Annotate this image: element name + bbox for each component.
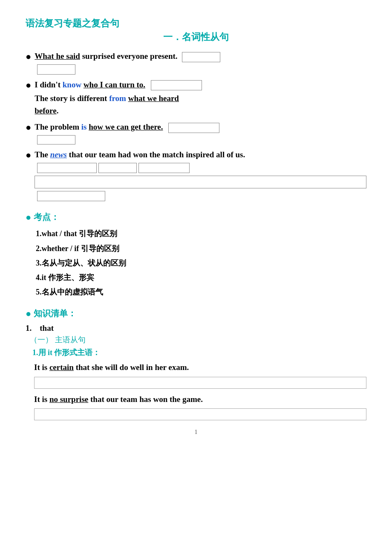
sub1-title: （一） 主语从句 [30,335,366,345]
kaodian-title: ● 考点： [26,211,366,223]
page-title: 语法复习专题之 复合句 [26,17,366,31]
sentence-1-subject: What he said [35,52,80,61]
kaodian-list: 1.what / that 引导的区别 2.whether / if 引导的区别… [36,226,366,299]
item-1-label: 1. that [26,324,366,333]
zhishi-title: ● 知识清单： [26,308,366,319]
title-underline: 复合句 [91,17,119,30]
bullet-dot-3: ● [26,121,31,134]
input-box-4-last[interactable] [37,191,105,201]
bullet-content-3: The problem is how we can get there. [35,121,366,145]
zhishi-title-text: 知识清单： [34,308,76,319]
kaodian-item-2: 2.whether / if 引导的区别 [36,241,366,256]
sentence-4: The news that our team had won the match… [35,149,366,173]
input-line-2[interactable] [34,408,366,420]
bullet-2: ● I didn't know who I can turn to. The s… [26,79,366,117]
bullet-dot-1: ● [26,50,31,64]
bullet-content-1: What he said surprised everyone present. [35,50,366,75]
s2b-before: before [35,106,56,115]
input-box-3b[interactable] [37,135,75,145]
page-number: 1 [26,429,366,436]
bullet-content-2: I didn't know who I can turn to. The sto… [35,79,366,117]
sentence-1-predicate: surprised everyone present. [82,52,178,61]
kaodian-item-1: 1.what / that 引导的区别 [36,226,366,241]
input-box-1b[interactable] [37,64,75,75]
s2b-from: from [109,94,126,103]
s2-clause: who I can turn to. [84,80,145,89]
s2b-clause: what we heard [128,94,179,103]
s3-clause: how we can get there. [89,122,163,131]
sentence-2a: I didn't know who I can turn to. [35,79,366,91]
bullet-dot-4: ● [26,149,31,162]
kaodian-item-5: 5.名从中的虚拟语气 [36,285,366,299]
sub1-subtitle: 1.用 it 作形式主语： [32,347,366,358]
input-box-2[interactable] [151,80,202,90]
input-box-4c[interactable] [138,163,190,173]
bullet-content-4: The news that our team had won the match… [35,149,366,201]
input-box-4-wide[interactable] [35,176,366,188]
s2-part1: I didn't [35,80,62,89]
bullet-dot-2: ● [26,79,31,92]
s3-is: is [81,122,87,131]
sentence-2b: The story is different from what we hear… [35,92,366,117]
section-heading: 一．名词性从句 [26,31,366,43]
input-box-3[interactable] [168,123,219,133]
input-box-4a[interactable] [37,163,97,173]
bullet-1: ● What he said surprised everyone presen… [26,50,366,75]
kaodian-dot: ● [26,212,31,223]
input-box-1[interactable] [182,52,220,62]
bullet-3: ● The problem is how we can get there. [26,121,366,145]
sentence-1: What he said surprised everyone present. [35,50,366,63]
example-2: It is no surprise that our team has won … [34,393,366,406]
kaodian-item-4: 4.it 作形主、形宾 [36,270,366,285]
s2-know: know [63,80,81,89]
example-1: It is certain that she will do well in h… [34,361,366,374]
input-line-1[interactable] [34,377,366,389]
kaodian-item-3: 3.名从与定从、状从的区别 [36,256,366,270]
zhishi-dot: ● [26,308,31,319]
kaodian-section: ● 考点： 1.what / that 引导的区别 2.whether / if… [26,211,366,299]
sentence-3: The problem is how we can get there. [35,121,366,133]
zhishi-section: ● 知识清单： 1. that （一） 主语从句 1.用 it 作形式主语： I… [26,308,366,420]
kaodian-title-text: 考点： [34,211,59,223]
input-box-4b[interactable] [98,163,137,173]
s4-news: news [50,150,67,159]
title-main: 语法复习专题之 [26,17,91,30]
bullet-4: ● The news that our team had won the mat… [26,149,366,201]
